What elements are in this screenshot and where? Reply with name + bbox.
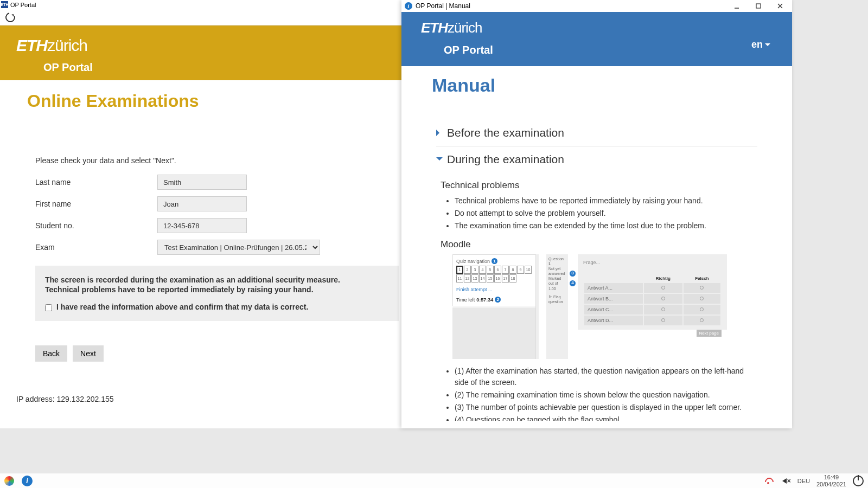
moodle-after-list: (1) After the examination has started, t…: [455, 365, 757, 421]
close-button[interactable]: [769, 1, 791, 11]
taskbar-info-icon[interactable]: i: [22, 476, 33, 486]
section-before[interactable]: Before the examination: [436, 120, 757, 146]
quiz-cell: 14: [479, 274, 486, 282]
eth-logo-thin: zürich: [448, 20, 482, 36]
op-portal-window: ETH OP Portal ETHzürich OP Portal Online…: [0, 0, 434, 428]
col-richtig: Richtig: [644, 275, 682, 282]
power-icon[interactable]: [853, 476, 864, 486]
qinfo-line: Flag question: [548, 295, 563, 304]
quiz-nav-title: Quiz navigation: [456, 259, 490, 264]
section-during[interactable]: During the examination: [436, 146, 757, 172]
next-button[interactable]: Next: [73, 345, 104, 362]
question-text: Frage...: [583, 260, 722, 265]
qinfo-line: Not yet answered: [548, 266, 566, 276]
tech-item: Technical problems have to be reported i…: [455, 195, 757, 207]
taskbar-app1-icon[interactable]: [4, 476, 14, 486]
question-panel: Frage... RichtigFalsch Antwort A... Antw…: [578, 254, 727, 330]
quiz-cell: 13: [471, 274, 478, 282]
confirm-checkbox[interactable]: [45, 304, 52, 311]
taskbar: i × DEU 16:49 20/04/2021: [0, 473, 868, 488]
qinfo-line: Marked out of 1.00: [548, 276, 566, 291]
question-info-box: Question 1 Not yet answered Marked out o…: [546, 254, 568, 359]
input-studentno[interactable]: [157, 218, 247, 233]
minimize-button[interactable]: [726, 1, 748, 11]
answer-table: RichtigFalsch Antwort A... Antwort B... …: [583, 274, 722, 326]
quiz-cell: 15: [487, 274, 494, 282]
form-card: Please check your data and select "Next"…: [16, 143, 418, 381]
moodle-screenshot: Quiz navigation 1 1234567891011121314151…: [452, 254, 757, 359]
browser-toolbar: [0, 9, 434, 25]
back-button[interactable]: Back: [35, 345, 67, 362]
finish-attempt-link: Finish attempt ...: [456, 287, 533, 292]
eth-logo: ETHzürich: [421, 20, 482, 36]
quiz-cell: 4: [479, 266, 486, 274]
notice-box: The screen is recorded during the examin…: [35, 266, 399, 321]
quiz-cell: 8: [509, 266, 516, 274]
row-exam: Exam Test Examination | Online-Prüfungen…: [35, 240, 399, 255]
moodle-heading: Moodle: [441, 239, 757, 250]
clock[interactable]: 16:49 20/04/2021: [816, 474, 846, 487]
page-title: Online Examinations: [27, 91, 407, 111]
label-studentno: Student no.: [35, 221, 157, 230]
answer-row: Antwort C...: [584, 305, 643, 314]
quiz-cell: 11: [456, 274, 463, 282]
next-page-button: Next page: [697, 330, 722, 337]
badge-2-icon: 2: [495, 297, 501, 303]
button-row: Back Next: [35, 345, 399, 362]
confirm-row: I have read the information above and co…: [45, 303, 389, 311]
clock-date: 20/04/2021: [816, 481, 846, 487]
quiz-cell: 6: [494, 266, 501, 274]
tech-problems-heading: Technical problems: [441, 180, 757, 191]
quiz-cell: 2: [464, 266, 471, 274]
svg-rect-1: [756, 4, 761, 8]
row-firstname: First name: [35, 196, 399, 211]
eth-logo-thin: zürich: [47, 36, 87, 54]
label-firstname: First name: [35, 200, 157, 208]
quiz-cell: 12: [464, 274, 471, 282]
answer-row: Antwort D...: [584, 316, 643, 325]
quiz-cell: 3: [471, 266, 478, 274]
list-item: (2) The remaining examination time is sh…: [455, 389, 757, 401]
input-firstname[interactable]: [157, 196, 247, 211]
select-exam[interactable]: Test Examination | Online-Prüfungen | 26…: [157, 240, 320, 255]
reload-icon[interactable]: [4, 10, 17, 24]
input-lastname[interactable]: [157, 175, 247, 190]
quiz-cell: 17: [502, 274, 509, 282]
info-icon: i: [405, 2, 412, 10]
list-item: (4) Questions can be tagged with the fla…: [455, 414, 757, 421]
volume-muted-icon[interactable]: ×: [780, 477, 791, 485]
manual-body[interactable]: Before the examination During the examin…: [421, 114, 773, 421]
keyboard-lang[interactable]: DEU: [797, 478, 810, 484]
answer-row: Antwort A...: [584, 283, 643, 293]
tech-item: Do not attempt to solve the problem your…: [455, 208, 757, 219]
notice-line2: Technical problems have to be reported i…: [45, 285, 389, 294]
col-falsch: Falsch: [684, 275, 720, 282]
moodle-nav-column: Quiz navigation 1 1234567891011121314151…: [452, 254, 537, 359]
time-left-label: Time left: [456, 297, 475, 303]
badge-1-icon: 1: [492, 258, 497, 264]
label-exam: Exam: [35, 243, 157, 252]
gold-header: ETHzürich OP Portal: [0, 25, 434, 80]
quiz-cell: 10: [525, 266, 532, 274]
list-item: (1) After the examination has started, t…: [455, 365, 757, 388]
portal-label: OP Portal: [444, 44, 773, 56]
maximize-button[interactable]: [748, 1, 769, 11]
row-lastname: Last name: [35, 175, 399, 190]
language-selector[interactable]: en: [751, 39, 770, 50]
right-window-title: OP Portal | Manual: [416, 2, 470, 10]
wifi-icon[interactable]: [763, 476, 773, 486]
language-label: en: [751, 39, 763, 50]
section-during-label: During the examination: [447, 153, 564, 166]
notice-line1: The screen is recorded during the examin…: [45, 275, 389, 284]
badge-4-icon: 4: [570, 280, 576, 286]
quiz-cell: 1: [456, 266, 463, 274]
list-item: (3) The number of points achievable per …: [455, 402, 757, 413]
quiz-cell: 16: [494, 274, 501, 282]
quiz-cell: 5: [487, 266, 494, 274]
time-left-value: 0:57:34: [476, 297, 493, 303]
eth-logo-bold: ETH: [16, 36, 47, 54]
quiz-cell: 9: [517, 266, 524, 274]
left-window-title: OP Portal: [10, 2, 36, 8]
window-controls: [726, 1, 791, 11]
row-studentno: Student no.: [35, 218, 399, 233]
